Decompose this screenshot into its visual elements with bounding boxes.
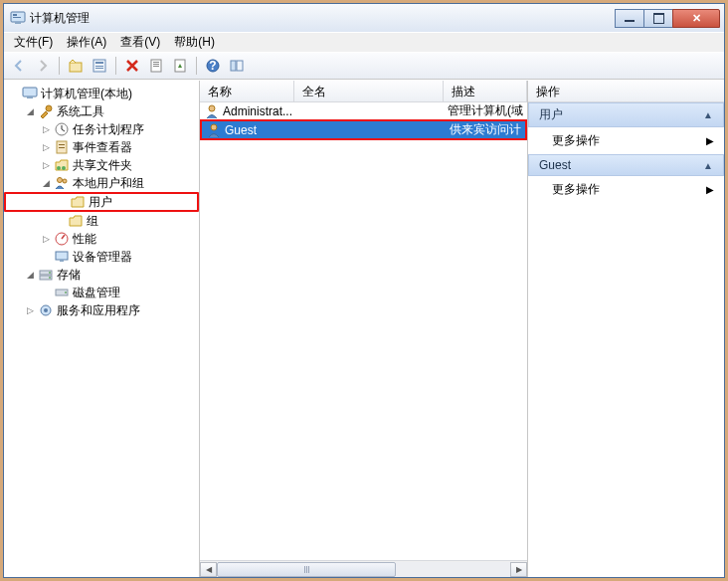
svg-rect-23 xyxy=(59,144,65,145)
svg-rect-31 xyxy=(60,260,64,262)
up-level-button[interactable] xyxy=(65,55,87,77)
delete-button[interactable] xyxy=(121,55,143,77)
minimize-button[interactable] xyxy=(615,9,644,28)
menu-action[interactable]: 操作(A) xyxy=(61,33,112,52)
row-desc: 供来宾访问计 xyxy=(450,121,525,138)
list-header: 名称 全名 描述 xyxy=(200,81,527,102)
expander-icon[interactable]: ◢ xyxy=(24,105,36,117)
folder-icon xyxy=(68,213,84,229)
tree-users[interactable]: ▷ 用户 xyxy=(4,192,199,212)
storage-icon xyxy=(38,267,54,283)
svg-point-40 xyxy=(209,105,215,111)
tree-services-apps-label: 服务和应用程序 xyxy=(57,302,140,319)
svg-rect-4 xyxy=(70,63,82,72)
scroll-left-button[interactable]: ◀ xyxy=(200,562,217,577)
svg-rect-24 xyxy=(59,147,65,148)
tree-device-manager[interactable]: ▷ 设备管理器 xyxy=(4,248,199,266)
svg-point-41 xyxy=(211,124,217,130)
horizontal-scrollbar[interactable]: ◀ ▶ xyxy=(200,560,527,577)
show-hide-button[interactable] xyxy=(226,55,248,77)
svg-rect-19 xyxy=(27,97,33,98)
tree-disk-management[interactable]: ▷ 磁盘管理 xyxy=(4,284,199,301)
close-button[interactable] xyxy=(672,9,720,28)
actions-more-label: 更多操作 xyxy=(552,132,600,149)
expander-icon[interactable]: ▷ xyxy=(40,123,52,135)
scroll-thumb[interactable] xyxy=(217,562,396,577)
tree-local-users-groups[interactable]: ◢ 本地用户和组 xyxy=(4,174,199,192)
refresh-button[interactable] xyxy=(145,55,167,77)
svg-point-20 xyxy=(46,105,52,111)
expander-icon[interactable]: ◢ xyxy=(24,269,36,281)
row-name: Administrat... xyxy=(223,104,292,118)
tools-icon xyxy=(38,103,54,119)
col-header-fullname[interactable]: 全名 xyxy=(294,81,444,101)
menu-file[interactable]: 文件(F) xyxy=(8,33,59,52)
disk-icon xyxy=(54,285,70,300)
tree-local-users-groups-label: 本地用户和组 xyxy=(73,175,144,192)
maximize-button[interactable] xyxy=(643,9,673,28)
nav-back-button[interactable] xyxy=(8,55,30,77)
title-left: 计算机管理 xyxy=(10,10,90,27)
tree-root[interactable]: ▶ 计算机管理(本地) xyxy=(4,85,199,102)
scroll-right-button[interactable]: ▶ xyxy=(510,562,527,577)
event-icon xyxy=(54,139,70,155)
menu-view[interactable]: 查看(V) xyxy=(114,33,166,52)
shared-folder-icon xyxy=(54,157,70,173)
expander-icon[interactable]: ▷ xyxy=(40,159,52,171)
svg-point-26 xyxy=(62,166,66,170)
tree-system-tools-label: 系统工具 xyxy=(57,103,104,120)
tree-storage[interactable]: ◢ 存储 xyxy=(4,266,199,284)
tree-performance[interactable]: ▷ 性能 xyxy=(4,230,199,248)
menu-help[interactable]: 帮助(H) xyxy=(168,33,221,52)
svg-rect-10 xyxy=(153,62,159,63)
tree-pane[interactable]: ▶ 计算机管理(本地) ◢ 系统工具 ▷ 任务计划程序 ▷ 事件查看器 ▷ xyxy=(4,81,200,577)
tree-performance-label: 性能 xyxy=(73,231,96,248)
export-button[interactable] xyxy=(169,55,191,77)
list-body[interactable]: Administrat... 管理计算机(域 Guest 供来宾访问计 xyxy=(200,102,527,560)
tree-shared-folders[interactable]: ▷ 共享文件夹 xyxy=(4,156,199,174)
tree-services-apps[interactable]: ▷ 服务和应用程序 xyxy=(4,301,199,319)
window-title: 计算机管理 xyxy=(30,10,90,27)
computer-icon xyxy=(22,86,38,101)
properties-button[interactable] xyxy=(89,55,110,77)
titlebar[interactable]: 计算机管理 xyxy=(4,4,724,32)
scroll-track[interactable] xyxy=(217,562,510,577)
svg-rect-17 xyxy=(237,61,243,71)
expander-icon[interactable]: ▷ xyxy=(24,304,36,316)
tree-groups[interactable]: ▷ 组 xyxy=(4,212,199,230)
expander-icon[interactable]: ▷ xyxy=(40,233,52,245)
svg-rect-6 xyxy=(95,62,103,64)
tree-event-viewer[interactable]: ▷ 事件查看器 xyxy=(4,138,199,156)
col-header-desc[interactable]: 描述 xyxy=(444,81,527,101)
svg-rect-16 xyxy=(231,61,236,71)
actions-group-guest[interactable]: Guest ▲ xyxy=(528,154,724,176)
list-row-administrator[interactable]: Administrat... 管理计算机(域 xyxy=(200,102,527,119)
actions-more-label: 更多操作 xyxy=(552,181,600,198)
svg-point-34 xyxy=(49,272,51,274)
expander-icon[interactable]: ◢ xyxy=(40,177,52,189)
nav-forward-button[interactable] xyxy=(32,55,54,77)
clock-icon xyxy=(54,121,70,137)
col-header-name[interactable]: 名称 xyxy=(200,81,294,101)
expander-icon[interactable]: ▷ xyxy=(40,141,52,153)
svg-point-39 xyxy=(44,308,48,312)
actions-group-users-label: 用户 xyxy=(539,106,563,123)
tree-system-tools[interactable]: ◢ 系统工具 xyxy=(4,102,199,120)
svg-rect-12 xyxy=(153,66,159,67)
app-window: 计算机管理 文件(F) 操作(A) 查看(V) 帮助(H) ? ▶ xyxy=(3,3,725,578)
svg-text:?: ? xyxy=(209,59,216,73)
tree-event-viewer-label: 事件查看器 xyxy=(73,139,132,156)
actions-more-1[interactable]: 更多操作 ▶ xyxy=(528,127,724,154)
device-icon xyxy=(54,249,70,265)
svg-rect-18 xyxy=(23,88,37,97)
svg-point-37 xyxy=(65,291,67,293)
svg-point-25 xyxy=(57,166,61,170)
actions-group-users[interactable]: 用户 ▲ xyxy=(528,102,724,127)
tree-root-label: 计算机管理(本地) xyxy=(41,86,132,102)
list-row-guest[interactable]: Guest 供来宾访问计 xyxy=(200,119,527,140)
performance-icon xyxy=(54,231,70,247)
tree-task-scheduler[interactable]: ▷ 任务计划程序 xyxy=(4,120,199,138)
svg-rect-2 xyxy=(13,14,17,16)
actions-more-2[interactable]: 更多操作 ▶ xyxy=(528,176,724,203)
help-button[interactable]: ? xyxy=(202,55,224,77)
